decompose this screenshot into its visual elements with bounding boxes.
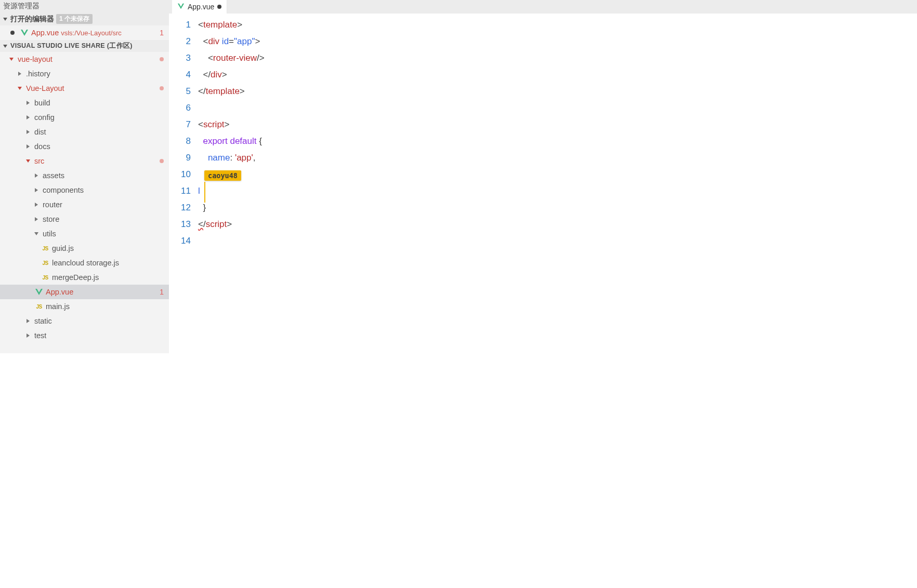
vue-file-icon <box>177 3 185 11</box>
line-numbers: 123 456 789 101112 1314 <box>169 17 198 353</box>
chevron-right-icon <box>26 115 31 119</box>
open-editors-header[interactable]: 打开的编辑器 1 个未保存 <box>0 12 169 25</box>
modified-dot-icon <box>217 5 221 9</box>
chevron-right-icon <box>34 217 40 221</box>
open-editor-file[interactable]: App.vue vsls:/Vue-Layout/src 1 <box>0 25 169 40</box>
code-editor[interactable]: 123 456 789 101112 1314 <template> <div … <box>169 14 917 353</box>
folder-components[interactable]: components <box>0 183 169 197</box>
folder-static[interactable]: static <box>0 314 169 328</box>
presence-cursor <box>204 182 205 203</box>
folder-src[interactable]: src <box>0 154 169 168</box>
workspace-header[interactable]: VISUAL STUDIO LIVE SHARE (工作区) <box>0 40 169 52</box>
folder-dist[interactable]: dist <box>0 125 169 139</box>
chevron-down-icon <box>34 232 40 236</box>
code-line[interactable]: </template> <box>198 83 917 100</box>
folder-config[interactable]: config <box>0 110 169 125</box>
chevron-right-icon <box>18 72 23 76</box>
js-file-icon: JS <box>41 275 50 280</box>
open-file-path: vsls:/Vue-Layout/src <box>61 29 122 37</box>
code-line[interactable]: </script> <box>198 216 917 233</box>
folder-assets[interactable]: assets <box>0 168 169 183</box>
code-line[interactable]: </div> <box>198 66 917 83</box>
chevron-right-icon <box>26 130 31 134</box>
code-line[interactable]: <router-view/> <box>198 50 917 66</box>
code-line[interactable]: l <box>198 183 917 199</box>
code-line[interactable]: <script> <box>198 116 917 133</box>
open-file-name: App.vue <box>31 29 59 37</box>
code-line[interactable] <box>198 100 917 116</box>
explorer-sidebar: 资源管理器 打开的编辑器 1 个未保存 App.vue vsls:/Vue-La… <box>0 0 169 353</box>
folder-docs[interactable]: docs <box>0 139 169 154</box>
folder-test[interactable]: test <box>0 328 169 343</box>
folder-store[interactable]: store <box>0 212 169 226</box>
editor-pane: App.vue 123 456 789 101112 1314 <templat… <box>169 0 917 353</box>
chevron-down-icon <box>26 159 31 163</box>
modified-dot-icon <box>10 31 15 35</box>
code-line[interactable]: name: 'app', <box>198 150 917 166</box>
code-line[interactable]: <template> <box>198 17 917 33</box>
chevron-right-icon <box>26 101 31 105</box>
chevron-right-icon <box>34 173 40 178</box>
chevron-right-icon <box>26 144 31 149</box>
file-app-vue[interactable]: App.vue 1 <box>0 285 169 299</box>
vue-file-icon <box>34 288 44 296</box>
tab-label: App.vue <box>188 3 214 11</box>
file-guid[interactable]: JSguid.js <box>0 241 169 256</box>
chevron-down-icon <box>3 17 8 21</box>
chevron-right-icon <box>34 203 40 207</box>
folder-utils[interactable]: utils <box>0 226 169 241</box>
git-modified-dot-icon <box>160 57 164 61</box>
folder-build[interactable]: build <box>0 96 169 110</box>
code-lines: <template> <div id="app"> <router-view/>… <box>198 17 917 353</box>
chevron-down-icon <box>9 57 15 61</box>
explorer-title: 资源管理器 <box>0 0 169 12</box>
file-tree: vue-layout .history Vue-Layout build con… <box>0 52 169 343</box>
git-modified-dot-icon <box>160 159 164 163</box>
tab-bar: App.vue <box>169 0 917 14</box>
code-line[interactable]: <div id="app"> <box>198 33 917 50</box>
open-file-count: 1 <box>160 29 164 37</box>
folder-vue-layout-inner[interactable]: Vue-Layout <box>0 81 169 96</box>
tab-app-vue[interactable]: App.vue <box>172 0 227 14</box>
folder-history[interactable]: .history <box>0 66 169 81</box>
file-main[interactable]: JSmain.js <box>0 299 169 314</box>
git-modified-dot-icon <box>160 86 164 90</box>
js-file-icon: JS <box>34 304 44 310</box>
js-file-icon: JS <box>41 260 50 266</box>
presence-nametag: caoyu48 <box>204 170 241 181</box>
chevron-right-icon <box>26 333 31 338</box>
js-file-icon: JS <box>41 246 50 251</box>
code-line[interactable]: export default { <box>198 133 917 150</box>
code-line[interactable]: } <box>198 199 917 216</box>
chevron-right-icon <box>26 319 31 323</box>
chevron-right-icon <box>34 188 40 192</box>
file-mergedeep[interactable]: JSmergeDeep.js <box>0 270 169 285</box>
folder-router[interactable]: router <box>0 197 169 212</box>
unsaved-badge: 1 个未保存 <box>56 14 93 24</box>
chevron-down-icon <box>18 86 23 90</box>
file-problems-count: 1 <box>160 288 164 296</box>
code-line[interactable] <box>198 233 917 249</box>
code-line[interactable]: nted(){ <box>198 166 917 183</box>
chevron-down-icon <box>3 44 8 48</box>
vue-file-icon <box>20 29 29 37</box>
file-leancloud[interactable]: JSleancloud storage.js <box>0 256 169 270</box>
open-editors-label: 打开的编辑器 <box>10 15 54 24</box>
folder-vue-layout[interactable]: vue-layout <box>0 52 169 66</box>
workspace-label: VISUAL STUDIO LIVE SHARE (工作区) <box>10 42 133 50</box>
